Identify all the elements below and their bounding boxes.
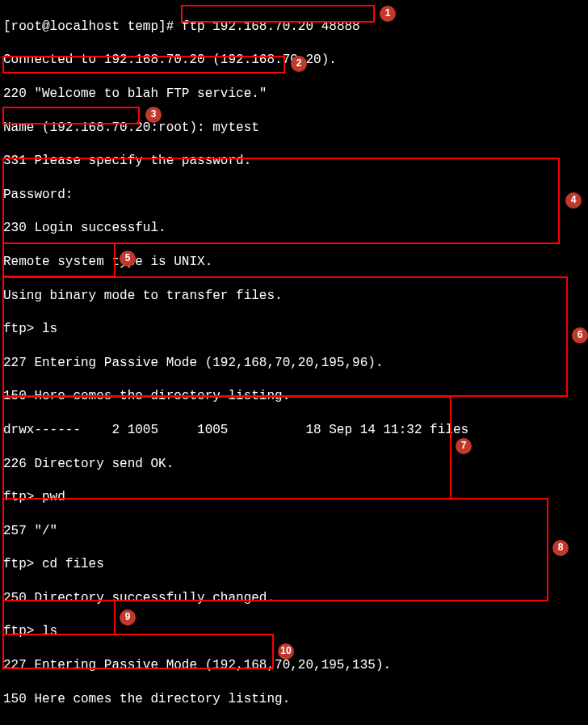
out-227-2: 227 Entering Passive Mode (192,168,70,20… [3, 657, 585, 674]
out-250: 250 Directory successfully changed. [3, 590, 585, 607]
terminal-output: [root@localhost temp]# ftp 192.168.70.20… [0, 0, 588, 725]
cmd-ls[interactable]: ftp> ls [3, 321, 585, 338]
out-257: 257 "/" [3, 523, 585, 540]
out-226-1: 226 Directory send OK. [3, 456, 585, 473]
prompt: [root@localhost temp]# [3, 19, 174, 34]
out-connected: Connected to 192.168.70.20 (192.168.70.2… [3, 52, 585, 69]
out-dirlist-1: drwx------ 2 1005 1005 18 Sep 14 11:32 f… [3, 422, 585, 439]
cmd-pwd[interactable]: ftp> pwd [3, 489, 585, 506]
out-150-1: 150 Here comes the directory listing. [3, 388, 585, 405]
out-welcome: 220 "Welcome to blah FTP service." [3, 86, 585, 103]
cmd-ls2[interactable]: ftp> ls [3, 623, 585, 640]
cmd-cd[interactable]: ftp> cd files [3, 556, 585, 573]
out-230: 230 Login successful. [3, 220, 585, 237]
out-331: 331 Please specify the password. [3, 153, 585, 170]
name-prompt: Name (192.168.70.20:root): [3, 120, 212, 135]
out-150-2: 150 Here comes the directory listing. [3, 691, 585, 708]
cmd-ftp: ftp 192.168.70.20 48888 [182, 19, 360, 34]
out-227-1: 227 Entering Passive Mode (192,168,70,20… [3, 355, 585, 372]
out-system: Remote system type is UNIX. [3, 254, 585, 271]
name-input[interactable]: mytest [212, 120, 259, 135]
password-prompt[interactable]: Password: [3, 187, 585, 204]
out-binary: Using binary mode to transfer files. [3, 288, 585, 305]
